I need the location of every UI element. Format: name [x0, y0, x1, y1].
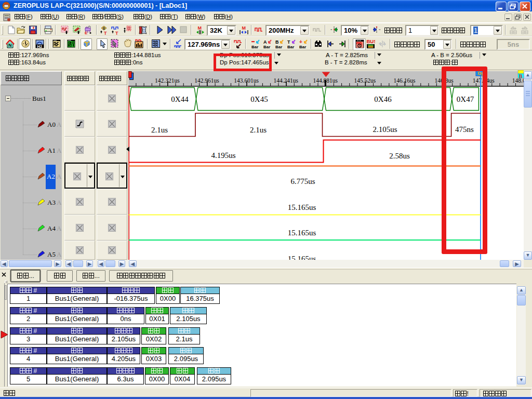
svg-text:H2: H2	[37, 44, 43, 49]
svg-text:2.1us: 2.1us	[250, 126, 267, 134]
svg-text:T: T	[104, 31, 107, 35]
svg-text:Bar: Bar	[275, 45, 282, 49]
svg-text:BUS: BUS	[367, 39, 376, 44]
svg-text:T: T	[287, 39, 290, 45]
svg-text:Bar: Bar	[251, 45, 258, 49]
svg-text:E: E	[85, 31, 88, 35]
svg-text:Bar: Bar	[299, 45, 306, 49]
svg-text:6.775us: 6.775us	[290, 177, 315, 185]
svg-text:B: B	[275, 39, 279, 45]
svg-text:2.58us: 2.58us	[389, 152, 410, 160]
svg-text:2.1us: 2.1us	[151, 126, 168, 134]
svg-text:142.321us: 142.321us	[155, 77, 180, 84]
svg-text:M: M	[242, 25, 246, 31]
svg-text:2.105us: 2.105us	[373, 125, 397, 134]
svg-text:0X45: 0X45	[250, 95, 268, 103]
svg-text:4.195us: 4.195us	[211, 151, 235, 159]
svg-text:15.165us: 15.165us	[288, 203, 316, 211]
svg-text:Bar: Bar	[287, 45, 294, 49]
svg-text:M: M	[198, 25, 202, 31]
svg-text:N: N	[8, 43, 12, 48]
svg-text:144.241us: 144.241us	[273, 77, 298, 84]
svg-text:15.165us: 15.165us	[288, 255, 316, 260]
svg-text:0X46: 0X46	[374, 95, 392, 103]
svg-text:145.52us: 145.52us	[354, 77, 376, 84]
svg-text:146.16us: 146.16us	[394, 77, 416, 84]
svg-text:143.601us: 143.601us	[234, 77, 259, 84]
svg-text:Bar: Bar	[263, 45, 270, 49]
svg-text:B: B	[519, 73, 523, 79]
svg-text:A: A	[263, 39, 267, 45]
svg-text:15.165us: 15.165us	[288, 229, 316, 237]
svg-text:0X44: 0X44	[171, 95, 189, 103]
svg-text:142.961us: 142.961us	[194, 77, 219, 84]
svg-text:+: +	[299, 39, 302, 45]
svg-text:B: B	[103, 26, 105, 30]
svg-text:T: T	[115, 31, 118, 35]
svg-text:144.881us: 144.881us	[313, 77, 338, 84]
